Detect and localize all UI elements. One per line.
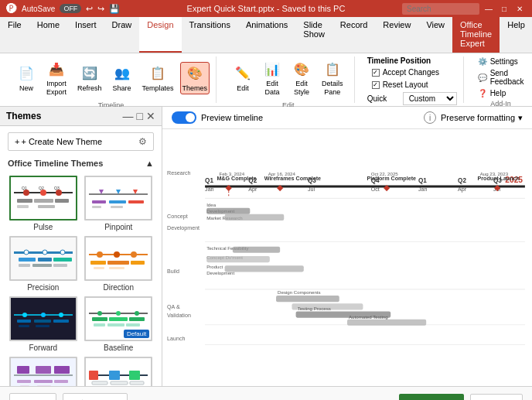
tab-help[interactable]: Help: [500, 17, 532, 53]
svg-rect-39: [109, 267, 124, 269]
maximize-button[interactable]: □: [498, 2, 510, 15]
reset-layout-btn[interactable]: ✓ Reset Layout: [367, 80, 457, 90]
svg-rect-7: [17, 205, 29, 208]
timeline-preview-content: Research Concept Development Build QA & …: [162, 129, 532, 386]
svg-text:Apr 16, 2024: Apr 16, 2024: [268, 171, 296, 176]
details-pane-button[interactable]: 📋 DetailsPane: [317, 56, 348, 100]
share-ribbon-button[interactable]: 👥 Share: [108, 61, 136, 95]
themes-button[interactable]: 🎨 Themes: [180, 62, 210, 94]
svg-rect-25: [19, 264, 30, 267]
svg-rect-27: [53, 264, 67, 267]
import-export-button[interactable]: 📥 ImportExport: [42, 56, 71, 100]
tab-review[interactable]: Review: [375, 17, 418, 53]
search-input[interactable]: [402, 3, 479, 15]
svg-point-30: [60, 250, 65, 255]
autosave-toggle[interactable]: OFF: [60, 4, 81, 13]
create-new-theme-button[interactable]: + + Create New Theme ⚙: [8, 132, 154, 151]
tab-slideshow[interactable]: Slide Show: [295, 17, 332, 53]
svg-marker-14: [116, 190, 121, 194]
svg-text:Aug 23, 2023: Aug 23, 2023: [480, 171, 509, 176]
svg-point-32: [97, 251, 103, 258]
preserve-formatting[interactable]: Preserve formatting ▾: [441, 113, 523, 123]
svg-text:Platform Complete: Platform Complete: [367, 176, 417, 182]
svg-rect-8: [38, 205, 55, 208]
theme-pinpoint[interactable]: Pinpoint: [84, 176, 155, 231]
apply-button[interactable]: Apply: [399, 394, 464, 401]
tab-view[interactable]: View: [418, 17, 452, 53]
theme-vision[interactable]: Vision: [84, 357, 155, 386]
panel-minimize-button[interactable]: —: [123, 110, 134, 122]
svg-rect-4: [17, 199, 32, 203]
svg-rect-63: [36, 366, 51, 374]
theme-precision[interactable]: Precision: [8, 236, 79, 292]
info-icon[interactable]: i: [424, 111, 436, 124]
refresh-button[interactable]: 🔄 Refresh: [73, 61, 107, 95]
addin-buttons: ⚙️ Settings 💬 Send Feedback ❓ Help: [476, 56, 526, 98]
tab-insert[interactable]: Insert: [67, 17, 104, 53]
new-button[interactable]: 📄 New: [12, 61, 40, 95]
details-pane-icon: 📋: [323, 60, 342, 78]
edit-icon: ✏️: [234, 64, 252, 83]
svg-text:Product Launch: Product Launch: [478, 176, 520, 182]
main-content: Themes — □ ✕ + + Create New Theme ⚙ Offi…: [0, 107, 532, 386]
tab-transitions[interactable]: Transitions: [182, 17, 238, 53]
accept-changes-checkbox[interactable]: ✓: [372, 69, 380, 77]
svg-rect-45: [17, 320, 31, 323]
close-button[interactable]: ✕: [513, 2, 526, 15]
theme-forward[interactable]: Forward: [8, 296, 79, 352]
share-bottom-button[interactable]: ⬆ Share: [63, 393, 128, 400]
collapse-icon[interactable]: ▲: [145, 159, 154, 168]
svg-rect-18: [128, 200, 144, 203]
edit-button[interactable]: ✏️ Edit: [229, 61, 257, 95]
edit-bottom-button[interactable]: Edit: [9, 393, 56, 400]
preview-label: Preview timeline: [201, 113, 263, 122]
svg-rect-65: [17, 380, 31, 383]
svg-rect-62: [17, 366, 29, 374]
edit-style-button[interactable]: 🎨 EditStyle: [288, 56, 315, 100]
svg-text:Oct 22, 2025: Oct 22, 2025: [371, 171, 399, 176]
tab-file[interactable]: File: [0, 17, 29, 53]
svg-rect-72: [109, 371, 120, 380]
panel-close-button[interactable]: ✕: [146, 110, 155, 122]
settings-button[interactable]: ⚙️ Settings: [476, 56, 526, 67]
undo-icon[interactable]: ↩: [86, 4, 93, 14]
svg-rect-20: [111, 206, 123, 208]
tab-office-timeline-expert[interactable]: Office Timeline Expert: [452, 17, 500, 53]
theme-forward-label: Forward: [29, 344, 57, 352]
minimize-button[interactable]: —: [483, 2, 495, 15]
edit-data-button[interactable]: 📊 EditData: [258, 56, 286, 100]
theme-orbit[interactable]: Orbit: [8, 357, 79, 386]
redo-icon[interactable]: ↪: [97, 4, 104, 14]
save-icon[interactable]: 💾: [109, 4, 120, 14]
svg-rect-73: [129, 371, 140, 380]
ribbon-tabs: File Home Insert Draw Design Transitions…: [0, 17, 532, 53]
svg-rect-5: [34, 199, 53, 203]
reset-layout-checkbox[interactable]: ✓: [372, 81, 380, 89]
preview-toggle-switch[interactable]: [172, 111, 196, 124]
theme-direction[interactable]: Direction: [84, 236, 155, 292]
quick-select[interactable]: Custom: [403, 92, 457, 105]
tab-draw[interactable]: Draw: [104, 17, 140, 53]
accept-changes-btn[interactable]: ✓ Accept Changes: [367, 67, 457, 77]
tab-design[interactable]: Design: [139, 17, 181, 53]
theme-baseline[interactable]: Default Baseline: [84, 296, 155, 352]
edit-style-icon: 🎨: [292, 60, 311, 78]
send-feedback-button[interactable]: 💬 Send Feedback: [476, 68, 526, 87]
themes-icon: 🎨: [186, 64, 204, 83]
bottom-left-actions: Edit ⬆ Share: [9, 393, 128, 400]
cancel-button[interactable]: Cancel: [470, 394, 523, 401]
svg-rect-22: [19, 258, 36, 262]
theme-pinpoint-preview: [84, 176, 152, 221]
modal-controls: — □ ✕: [123, 110, 155, 122]
panel-maximize-button[interactable]: □: [137, 110, 143, 122]
theme-pulse[interactable]: Q1 Q2 Q3 Pulse: [8, 176, 79, 231]
timeline-area: Preview timeline i Preserve formatting ▾…: [162, 107, 532, 386]
help-button[interactable]: ❓ Help: [476, 88, 526, 98]
themes-panel: Themes — □ ✕ + + Create New Theme ⚙ Offi…: [0, 107, 162, 386]
templates-button[interactable]: 📋 Templates: [138, 61, 179, 95]
tab-home[interactable]: Home: [29, 17, 67, 53]
filter-icon[interactable]: ⚙: [138, 136, 147, 147]
theme-pulse-label: Pulse: [33, 223, 53, 231]
tab-record[interactable]: Record: [332, 17, 375, 53]
tab-animations[interactable]: Animations: [238, 17, 295, 53]
